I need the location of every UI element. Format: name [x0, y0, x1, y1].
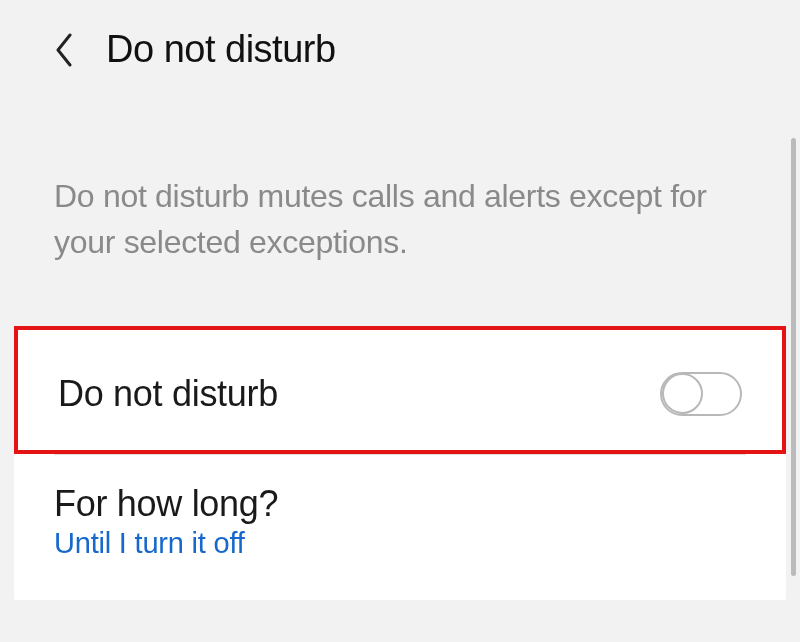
duration-value: Until I turn it off: [54, 527, 746, 560]
duration-label: For how long?: [54, 483, 746, 525]
page-title: Do not disturb: [106, 28, 336, 71]
dnd-label: Do not disturb: [58, 373, 278, 415]
chevron-left-icon: [54, 33, 74, 67]
duration-row[interactable]: For how long? Until I turn it off: [14, 455, 786, 600]
header: Do not disturb: [0, 0, 800, 91]
scrollbar[interactable]: [791, 138, 796, 576]
toggle-knob: [662, 373, 703, 414]
dnd-toggle-row[interactable]: Do not disturb: [14, 326, 786, 454]
description-text: Do not disturb mutes calls and alerts ex…: [0, 91, 800, 326]
dnd-toggle[interactable]: [660, 372, 742, 416]
settings-panel: Do not disturb For how long? Until I tur…: [14, 326, 786, 600]
back-button[interactable]: [50, 30, 78, 70]
